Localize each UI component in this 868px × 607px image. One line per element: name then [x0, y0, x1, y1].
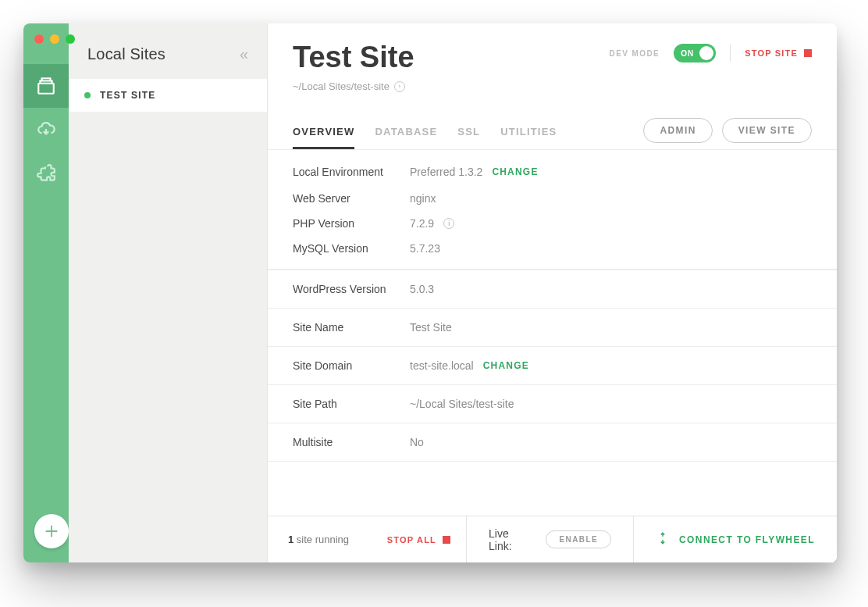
- cloud-download-icon: [36, 120, 56, 140]
- connect-flywheel-label: CONNECT TO FLYWHEEL: [679, 534, 815, 545]
- site-list: TEST SITE: [69, 79, 267, 112]
- site-path-text: ~/Local Sites/test-site: [293, 80, 390, 92]
- overview-content: Local Environment Preferred 1.3.2 CHANGE…: [268, 149, 837, 469]
- tab-overview[interactable]: OVERVIEW: [293, 126, 354, 149]
- app-window: Local Sites « TEST SITE Test Site ~/Loca…: [23, 23, 837, 562]
- live-link-label: Live Link:: [489, 527, 533, 552]
- stack-icon: [36, 76, 56, 96]
- status-dot-icon: [84, 92, 91, 98]
- site-list-item-name: TEST SITE: [100, 90, 155, 101]
- row-wp-label: WordPress Version: [293, 283, 410, 295]
- row-wp-value: 5.0.3: [410, 283, 434, 295]
- main-header: Test Site ~/Local Sites/test-site › DEV …: [268, 23, 837, 98]
- toggle-knob-icon: [699, 46, 713, 60]
- rail-sites[interactable]: [23, 64, 69, 108]
- site-list-item[interactable]: TEST SITE: [69, 79, 267, 112]
- row-multisite-label: Multisite: [293, 436, 410, 448]
- rail-cloud[interactable]: [23, 108, 69, 152]
- change-domain-button[interactable]: CHANGE: [483, 360, 529, 371]
- tab-utilities[interactable]: UTILITIES: [500, 126, 557, 149]
- tab-ssl[interactable]: SSL: [457, 126, 480, 149]
- row-local-env-value: Preferred 1.3.2: [410, 166, 482, 178]
- stop-all-button[interactable]: STOP ALL: [387, 535, 450, 545]
- add-site-button[interactable]: [34, 514, 69, 548]
- window-controls: [34, 34, 75, 44]
- stop-icon: [443, 536, 450, 544]
- sites-running-count: 1: [288, 534, 293, 545]
- main-panel: Test Site ~/Local Sites/test-site › DEV …: [268, 23, 837, 562]
- row-web-server-value: nginx: [410, 192, 436, 205]
- connect-icon: [656, 531, 670, 548]
- change-environment-button[interactable]: CHANGE: [492, 166, 538, 177]
- row-web-server-label: Web Server: [293, 192, 410, 205]
- site-path: ~/Local Sites/test-site ›: [293, 80, 405, 92]
- tab-database[interactable]: DATABASE: [375, 126, 437, 149]
- minimize-window-button[interactable]: [50, 34, 59, 44]
- sites-running-label: site running: [297, 534, 349, 545]
- sidebar: Local Sites « TEST SITE: [69, 23, 268, 562]
- reveal-path-icon[interactable]: ›: [394, 81, 405, 92]
- stop-all-label: STOP ALL: [387, 535, 436, 545]
- plus-icon: [43, 523, 60, 540]
- row-sitename-value: Test Site: [410, 321, 452, 334]
- row-mysql-value: 5.7.23: [410, 242, 440, 255]
- svg-rect-0: [38, 84, 54, 94]
- enable-live-link-button[interactable]: ENABLE: [546, 530, 611, 548]
- row-sitedomain-label: Site Domain: [293, 359, 410, 372]
- toggle-label: ON: [681, 49, 694, 58]
- tabs-row: OVERVIEW DATABASE SSL UTILITIES ADMIN VI…: [268, 98, 837, 149]
- row-php-value: 7.2.9: [410, 217, 434, 230]
- puzzle-icon: [36, 163, 56, 184]
- row-sitepath-value: ~/Local Sites/test-site: [410, 398, 514, 410]
- row-local-env-label: Local Environment: [293, 166, 410, 178]
- dev-mode-toggle[interactable]: ON: [674, 44, 716, 62]
- stop-icon: [804, 49, 812, 57]
- dev-mode-label: DEV MODE: [610, 49, 660, 58]
- sidebar-title: Local Sites: [87, 45, 165, 63]
- close-window-button[interactable]: [34, 34, 44, 44]
- row-multisite-value: No: [410, 436, 424, 448]
- footer: 1 site running STOP ALL Live Link: ENABL…: [268, 516, 837, 562]
- row-sitedomain-value: test-site.local: [410, 359, 474, 372]
- stop-site-label: STOP SITE: [745, 48, 798, 58]
- php-info-icon[interactable]: i: [443, 218, 454, 229]
- nav-rail: [23, 23, 69, 562]
- divider: [730, 45, 731, 62]
- rail-addons[interactable]: [23, 152, 69, 195]
- row-sitepath-label: Site Path: [293, 398, 410, 410]
- admin-button[interactable]: ADMIN: [643, 118, 712, 143]
- maximize-window-button[interactable]: [66, 34, 75, 44]
- sites-running-text: 1 site running: [288, 534, 349, 545]
- page-title: Test Site: [293, 41, 414, 74]
- row-sitename-label: Site Name: [293, 321, 410, 334]
- row-mysql-label: MySQL Version: [293, 242, 410, 255]
- collapse-sidebar-button[interactable]: «: [240, 45, 248, 63]
- row-php-label: PHP Version: [293, 217, 410, 230]
- connect-flywheel-button[interactable]: CONNECT TO FLYWHEEL: [634, 516, 837, 562]
- view-site-button[interactable]: VIEW SITE: [722, 118, 812, 143]
- stop-site-button[interactable]: STOP SITE: [745, 48, 812, 58]
